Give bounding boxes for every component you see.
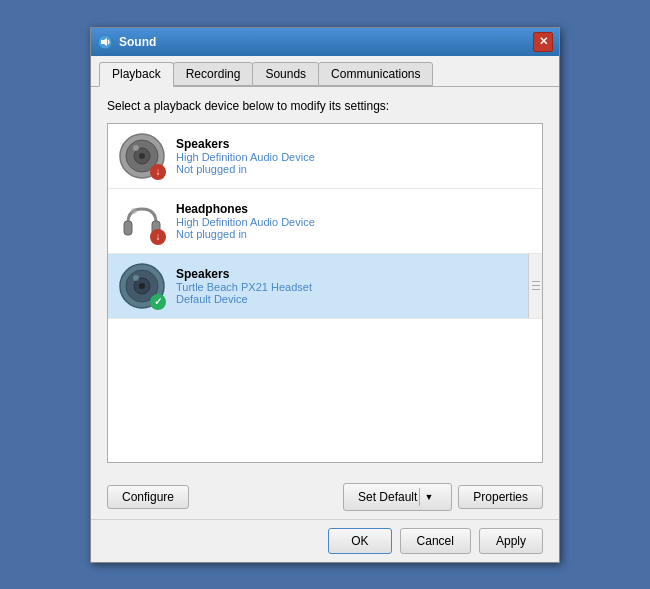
apply-button[interactable]: Apply (479, 528, 543, 554)
svg-point-13 (139, 283, 145, 289)
scrollbar-grip (529, 254, 542, 318)
window-title: Sound (119, 35, 156, 49)
bottom-bar: OK Cancel Apply (91, 519, 559, 562)
ok-button[interactable]: OK (328, 528, 391, 554)
device-driver: High Definition Audio Device (176, 216, 532, 228)
device-item[interactable]: ↓ Headphones High Definition Audio Devic… (108, 189, 542, 254)
svg-point-6 (133, 145, 139, 151)
device-name: Speakers (176, 137, 532, 151)
device-status: Not plugged in (176, 228, 532, 240)
tab-playback[interactable]: Playback (99, 62, 174, 87)
scrollbar[interactable] (528, 254, 542, 318)
sound-icon (97, 34, 113, 50)
device-info: Speakers Turtle Beach PX21 Headset Defau… (176, 267, 532, 305)
grip-line (532, 281, 540, 282)
tab-sounds[interactable]: Sounds (252, 62, 319, 86)
svg-point-9 (131, 208, 137, 214)
device-status: Default Device (176, 293, 532, 305)
device-icon-wrap: ↓ (118, 197, 166, 245)
device-info: Speakers High Definition Audio Device No… (176, 137, 532, 175)
device-info: Headphones High Definition Audio Device … (176, 202, 532, 240)
device-item[interactable]: ↓ Speakers High Definition Audio Device … (108, 124, 542, 189)
device-icon-wrap: ↓ (118, 132, 166, 180)
set-default-arrow[interactable]: ▼ (419, 488, 437, 506)
device-driver: High Definition Audio Device (176, 151, 532, 163)
device-name: Speakers (176, 267, 532, 281)
device-icon-wrap: ✓ (118, 262, 166, 310)
device-driver: Turtle Beach PX21 Headset (176, 281, 532, 293)
tab-recording[interactable]: Recording (173, 62, 254, 86)
description-text: Select a playback device below to modify… (107, 99, 543, 113)
default-badge: ✓ (150, 294, 166, 310)
device-status: Not plugged in (176, 163, 532, 175)
tab-content: Select a playback device below to modify… (91, 87, 559, 475)
device-name: Headphones (176, 202, 532, 216)
device-item-selected[interactable]: ✓ Speakers Turtle Beach PX21 Headset Def… (108, 254, 542, 319)
device-list[interactable]: ↓ Speakers High Definition Audio Device … (107, 123, 543, 463)
close-button[interactable]: ✕ (533, 32, 553, 52)
not-plugged-badge: ↓ (150, 164, 166, 180)
cancel-button[interactable]: Cancel (400, 528, 471, 554)
action-button-row: Configure Set Default ▼ Properties (91, 475, 559, 519)
tab-bar: Playback Recording Sounds Communications (91, 56, 559, 87)
grip-line (532, 285, 540, 286)
tab-communications[interactable]: Communications (318, 62, 433, 86)
properties-button[interactable]: Properties (458, 485, 543, 509)
set-default-button[interactable]: Set Default ▼ (343, 483, 452, 511)
svg-point-5 (139, 153, 145, 159)
grip-line (532, 289, 540, 290)
sound-dialog: Sound ✕ Playback Recording Sounds Commun… (90, 27, 560, 563)
set-default-label: Set Default (358, 490, 417, 504)
svg-rect-7 (124, 221, 132, 235)
configure-button[interactable]: Configure (107, 485, 189, 509)
title-bar-left: Sound (97, 34, 156, 50)
title-bar: Sound ✕ (91, 28, 559, 56)
svg-point-14 (133, 275, 139, 281)
not-plugged-badge: ↓ (150, 229, 166, 245)
